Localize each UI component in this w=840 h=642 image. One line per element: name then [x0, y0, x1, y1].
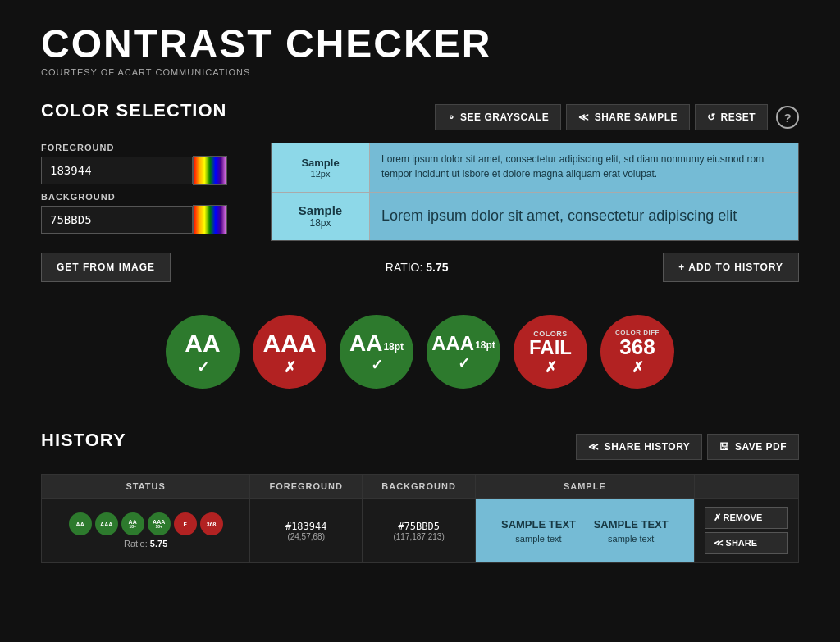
sample-col-1: SAMPLE TEXT sample text — [501, 518, 576, 544]
app-title: CONTRAST CHECKER — [41, 25, 799, 64]
badge-aa[interactable]: AA ✓ — [166, 315, 240, 389]
mini-badge-aa: AA — [69, 512, 92, 535]
history-title: HISTORY — [41, 430, 126, 451]
color-selection-title: COLOR SELECTION — [41, 100, 226, 121]
background-swatch[interactable] — [193, 205, 227, 234]
badge-aaa[interactable]: AAA ✗ — [253, 315, 326, 389]
badges-row: AA ✓ AAA ✗ AA 18pt ✓ AAA 18pt ✓ COLORS — [41, 307, 799, 397]
save-pdf-button[interactable]: 🖫 SAVE PDF — [707, 434, 799, 460]
mini-badge-368: 368 — [200, 512, 223, 535]
badge-colors-fail[interactable]: COLORS FAIL ✗ — [514, 315, 587, 389]
get-from-image-button[interactable]: GET FROM IMAGE — [41, 253, 171, 282]
ratio-display: RATIO: 5.75 — [386, 261, 449, 274]
col-sample: SAMPLE — [476, 475, 694, 499]
help-icon[interactable]: ? — [776, 106, 799, 129]
share-icon: ≪ — [578, 112, 590, 123]
share-sample-button[interactable]: ≪ SHARE SAMPLE — [566, 104, 690, 130]
add-to-history-button[interactable]: + ADD TO HISTORY — [663, 253, 799, 282]
actions-cell: ✗ REMOVE ≪ SHARE — [694, 499, 799, 563]
toggle-icon: ⚬ — [447, 112, 456, 123]
col-status: STATUS — [42, 475, 250, 499]
table-row: AA AAA AA 18+ AAA 18+ — [42, 499, 799, 563]
col-background: BACKGROUND — [363, 475, 476, 499]
sample-18-text: Lorem ipsum dolor sit amet, consectetur … — [370, 193, 798, 241]
foreground-input[interactable] — [41, 157, 193, 184]
background-cell: #75BBD5 (117,187,213) — [363, 499, 476, 563]
col-foreground: FOREGROUND — [250, 475, 363, 499]
history-ratio: Ratio: 5.75 — [52, 539, 240, 549]
mini-badge-aa18: AA 18+ — [121, 512, 144, 535]
sample-col-2: SAMPLE TEXT sample text — [594, 518, 669, 544]
mini-badge-fail: F — [174, 512, 197, 535]
row-share-button[interactable]: ≪ SHARE — [705, 532, 789, 554]
foreground-cell: #183944 (24,57,68) — [250, 499, 363, 563]
badge-color-diff[interactable]: COLOR DIFF 368 ✗ — [600, 315, 674, 389]
reset-button[interactable]: ↺ RESET — [695, 104, 768, 130]
foreground-label: FOREGROUND — [41, 143, 262, 153]
mini-badge-aaa18: AAA 18+ — [148, 512, 171, 535]
col-actions — [694, 475, 799, 499]
share-history-icon: ≪ — [588, 441, 600, 453]
share-history-button[interactable]: ≪ SHARE HISTORY — [576, 434, 702, 460]
badge-aa-18[interactable]: AA 18pt ✓ — [340, 315, 413, 389]
history-table: STATUS FOREGROUND BACKGROUND SAMPLE AA A… — [41, 474, 799, 563]
background-input[interactable] — [41, 206, 193, 234]
sample-12-text: Lorem ipsum dolor sit amet, consectetur … — [370, 143, 798, 192]
foreground-swatch[interactable] — [193, 156, 227, 185]
mini-badge-aaa: AAA — [95, 512, 118, 535]
status-cell: AA AAA AA 18+ AAA 18+ — [42, 499, 250, 563]
pdf-icon: 🖫 — [719, 441, 730, 453]
reset-icon: ↺ — [707, 112, 716, 123]
see-grayscale-button[interactable]: ⚬ SEE GRAYSCALE — [435, 104, 562, 130]
background-label: BACKGROUND — [41, 192, 262, 202]
sample-12-label: Sample 12px — [272, 143, 370, 192]
sample-cell: SAMPLE TEXT sample text SAMPLE TEXT samp… — [476, 499, 694, 563]
badge-aaa-18[interactable]: AAA 18pt ✓ — [427, 315, 500, 389]
sample-18-label: Sample 18px — [272, 193, 370, 241]
remove-button[interactable]: ✗ REMOVE — [705, 507, 789, 529]
app-subtitle: COURTESY OF ACART COMMUNICATIONS — [41, 67, 799, 77]
